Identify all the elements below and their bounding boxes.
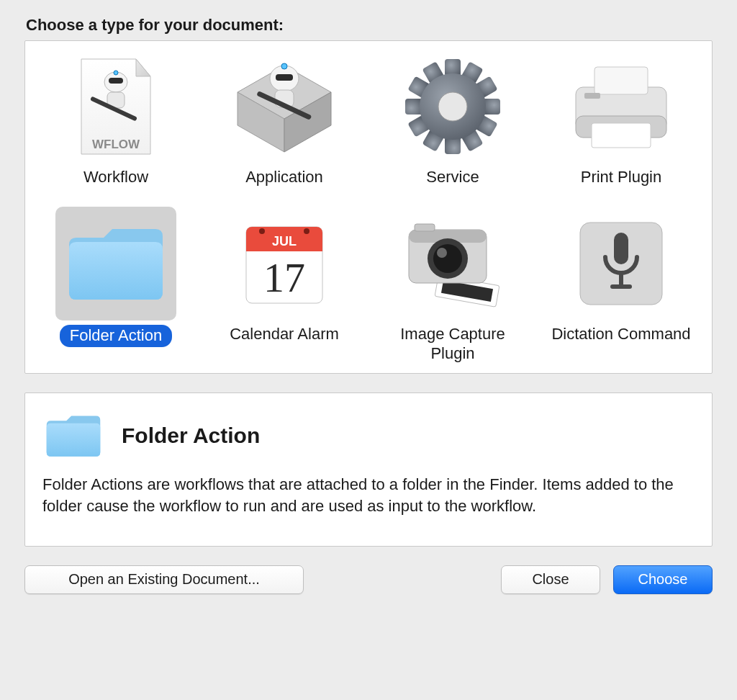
- description-panel: Folder Action Folder Actions are workflo…: [24, 392, 713, 546]
- type-item-application[interactable]: Application: [204, 50, 365, 187]
- folder-icon: [42, 410, 104, 461]
- svg-rect-36: [415, 224, 435, 231]
- description-title: Folder Action: [122, 423, 260, 448]
- type-grid: WFLOW Workflow: [35, 50, 702, 363]
- workflow-icon: WFLOW: [55, 50, 176, 163]
- type-item-calendar-alarm[interactable]: JUL 17 Calendar Alarm: [204, 207, 365, 363]
- print-plugin-icon: [561, 50, 682, 163]
- service-icon: [392, 50, 513, 163]
- type-label: Folder Action: [60, 325, 172, 346]
- folder-action-icon: [55, 207, 176, 320]
- svg-point-11: [281, 63, 287, 69]
- svg-text:JUL: JUL: [272, 234, 297, 248]
- svg-point-35: [437, 248, 447, 258]
- dictation-icon: [561, 207, 682, 320]
- type-label: Print Plugin: [581, 168, 662, 187]
- type-label: Service: [426, 168, 479, 187]
- svg-rect-10: [276, 74, 293, 81]
- svg-point-25: [259, 228, 265, 234]
- type-item-service[interactable]: Service: [372, 50, 533, 187]
- type-item-workflow[interactable]: WFLOW Workflow: [35, 50, 196, 187]
- type-label: Application: [245, 168, 323, 187]
- svg-point-3: [114, 71, 118, 75]
- svg-point-16: [438, 92, 467, 121]
- type-label: Image Capture Plugin: [381, 325, 525, 363]
- type-item-folder-action[interactable]: Folder Action: [35, 207, 196, 363]
- image-capture-icon: [392, 207, 513, 320]
- application-icon: [224, 50, 345, 163]
- type-label: Dictation Command: [551, 325, 690, 344]
- close-button[interactable]: Close: [501, 565, 600, 594]
- type-item-dictation[interactable]: Dictation Command: [541, 207, 702, 363]
- svg-rect-40: [610, 284, 632, 289]
- svg-text:17: 17: [263, 254, 305, 301]
- svg-rect-2: [109, 78, 123, 84]
- svg-rect-38: [614, 233, 628, 264]
- dialog-heading: Choose a type for your document:: [26, 16, 713, 35]
- type-label: Calendar Alarm: [230, 325, 339, 344]
- svg-rect-20: [592, 123, 651, 148]
- open-existing-document-button[interactable]: Open an Existing Document...: [24, 565, 304, 594]
- type-item-image-capture[interactable]: Image Capture Plugin: [372, 207, 533, 363]
- svg-rect-19: [594, 67, 648, 94]
- svg-rect-21: [584, 93, 600, 99]
- calendar-alarm-icon: JUL 17: [224, 207, 345, 320]
- type-label: Workflow: [83, 168, 148, 187]
- choose-button[interactable]: Choose: [613, 565, 713, 594]
- svg-text:WFLOW: WFLOW: [92, 138, 140, 151]
- description-body: Folder Actions are workflows that are at…: [42, 474, 695, 516]
- svg-rect-39: [619, 273, 623, 286]
- type-grid-panel: WFLOW Workflow: [24, 40, 713, 374]
- type-item-print-plugin[interactable]: Print Plugin: [541, 50, 702, 187]
- svg-point-26: [304, 228, 309, 234]
- dialog-button-row: Open an Existing Document... Close Choos…: [24, 565, 713, 594]
- svg-point-34: [433, 244, 462, 273]
